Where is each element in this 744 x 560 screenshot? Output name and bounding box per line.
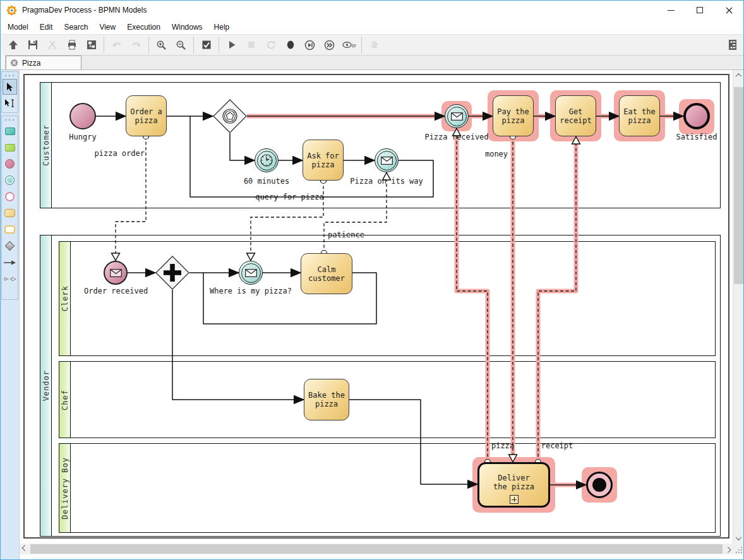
end-event-icon	[5, 192, 15, 201]
run-button[interactable]	[223, 37, 240, 54]
palette-drag-handle[interactable]	[3, 73, 16, 78]
message-start-order-received[interactable]	[104, 261, 128, 285]
menu-view[interactable]: View	[93, 21, 121, 33]
resize-grip[interactable]	[733, 544, 743, 554]
cut-button[interactable]	[44, 37, 61, 54]
validate-button[interactable]	[198, 37, 215, 54]
task-ask-for-pizza-label: Ask for pizza	[305, 152, 342, 169]
scroll-right-button[interactable]	[723, 544, 733, 554]
zoom-in-button[interactable]	[153, 37, 170, 54]
subprocess-deliver-the-pizza[interactable]: Deliver the pizza	[477, 462, 550, 508]
export-model-button[interactable]	[83, 37, 100, 54]
message-event-where-is-my-pizza[interactable]	[239, 261, 263, 285]
label-patience: patience	[327, 231, 366, 239]
scroll-up-button[interactable]	[733, 70, 744, 81]
task-calm-customer[interactable]: Calm customer	[301, 253, 352, 294]
menu-model[interactable]: Model	[2, 21, 34, 33]
menu-windows[interactable]: Windows	[166, 21, 208, 33]
side-panel-button[interactable]	[723, 37, 740, 54]
lane-chef-strip[interactable]: Chef	[59, 362, 71, 438]
minimize-button[interactable]	[656, 1, 685, 20]
pool-customer-strip[interactable]: Customer	[40, 83, 52, 208]
select-tool[interactable]	[3, 79, 17, 95]
lane-chef[interactable]: Chef	[59, 361, 716, 438]
cursor-text-icon	[4, 99, 15, 107]
task-pay-the-pizza-label: Pay the pizza	[495, 107, 532, 125]
message-event-pizza-received[interactable]	[445, 104, 469, 128]
pool-customer-label: Customer	[42, 124, 51, 166]
task-ask-for-pizza[interactable]: Ask for pizza	[303, 140, 344, 181]
record-icon	[285, 40, 296, 50]
parallel-gateway[interactable]	[155, 256, 189, 290]
start-event-hungry[interactable]	[69, 103, 96, 129]
undo-button[interactable]	[108, 37, 125, 54]
task-tool[interactable]	[3, 205, 17, 221]
message-event-pizza-on-its-way[interactable]	[375, 148, 399, 172]
vertical-scroll-thumb[interactable]	[734, 87, 743, 284]
task-eat-the-pizza[interactable]: Eat the pizza	[619, 95, 660, 136]
subprocess-tool[interactable]	[3, 222, 17, 237]
label-hungry: Hungry	[57, 133, 108, 141]
tab-pizza[interactable]: Pizza	[6, 56, 81, 69]
pool-vendor-strip[interactable]: Vendor	[40, 235, 52, 536]
message-flow-tool[interactable]	[3, 271, 17, 287]
lane-tool[interactable]	[3, 140, 17, 155]
text-select-tool[interactable]	[3, 95, 17, 111]
close-icon	[726, 7, 733, 14]
menu-edit[interactable]: Edit	[34, 21, 59, 33]
tab-close-icon[interactable]	[10, 59, 18, 67]
timer-event-60-minutes[interactable]	[255, 148, 279, 172]
task-order-a-pizza[interactable]: Order a pizza	[126, 95, 167, 136]
task-get-receipt[interactable]: Get receipt	[555, 95, 596, 136]
menu-search[interactable]: Search	[58, 21, 93, 33]
label-pizza-order: pizza order	[94, 150, 145, 158]
scissors-icon	[47, 40, 57, 50]
scroll-down-button[interactable]	[733, 533, 744, 544]
trace-button[interactable]	[366, 37, 383, 54]
diagram-canvas[interactable]: Customer Vendor Clerk Chef Delivery Boy	[20, 70, 733, 544]
pool-tool[interactable]	[3, 123, 17, 139]
terminate-disk	[592, 478, 606, 492]
maximize-button[interactable]	[685, 1, 714, 20]
menu-execution[interactable]: Execution	[121, 21, 166, 33]
intermediate-event-tool[interactable]	[3, 172, 17, 188]
toolbar: BP	[1, 34, 743, 56]
task-pay-the-pizza[interactable]: Pay the pizza	[493, 95, 534, 136]
event-gateway[interactable]	[213, 99, 247, 133]
subprocess-expand-marker[interactable]	[510, 495, 519, 504]
print-button[interactable]	[63, 37, 80, 54]
sequence-flow-tool[interactable]	[3, 254, 17, 270]
terminate-end-event[interactable]	[586, 472, 613, 498]
horizontal-scrollbar[interactable]	[20, 544, 733, 554]
lane-clerk-strip[interactable]: Clerk	[59, 242, 71, 355]
task-bake-the-pizza[interactable]: Bake the pizza	[304, 379, 349, 420]
end-event-tool[interactable]	[3, 189, 17, 205]
scroll-left-button[interactable]	[20, 544, 30, 554]
app-logo-icon	[6, 5, 17, 16]
watch-bp-button[interactable]: BP	[340, 37, 357, 54]
palette-drag-handle[interactable]	[3, 117, 16, 122]
lane-delivery-boy-strip[interactable]: Delivery Boy	[59, 444, 71, 532]
end-event-satisfied[interactable]	[683, 103, 710, 129]
label-receipt: receipt	[539, 442, 575, 450]
start-event-tool[interactable]	[3, 156, 17, 172]
trace-icon	[369, 40, 380, 50]
intermediate-event-icon	[5, 176, 15, 185]
menu-help[interactable]: Help	[208, 21, 236, 33]
lane-delivery-boy[interactable]: Delivery Boy	[59, 443, 716, 533]
horizontal-scroll-thumb[interactable]	[30, 544, 723, 554]
zoom-out-button[interactable]	[172, 37, 189, 54]
gateway-tool[interactable]	[3, 238, 17, 254]
reload-button[interactable]	[262, 37, 279, 54]
redo-button[interactable]	[128, 37, 145, 54]
up-button[interactable]	[4, 37, 21, 54]
resume-button[interactable]	[301, 37, 318, 54]
stop-button[interactable]	[243, 37, 260, 54]
lane-icon	[5, 144, 15, 152]
close-button[interactable]	[714, 1, 743, 20]
save-button[interactable]	[24, 37, 41, 54]
vertical-scrollbar[interactable]	[733, 70, 743, 544]
record-button[interactable]	[282, 37, 299, 54]
step-over-button[interactable]	[321, 37, 338, 54]
maximize-icon	[697, 7, 703, 13]
